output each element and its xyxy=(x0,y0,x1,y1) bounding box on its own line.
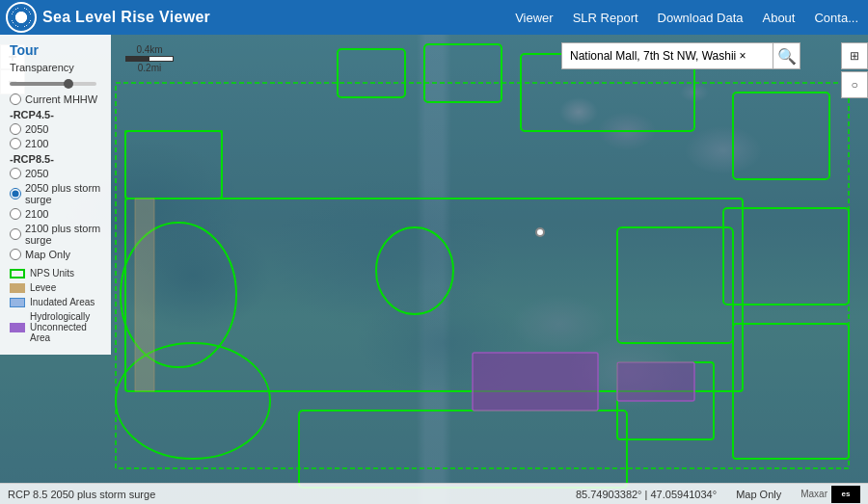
section-rcp45: -RCP4.5- xyxy=(10,109,101,120)
legend-nps-label: NPS Units xyxy=(30,268,74,279)
radio-2050-45[interactable] xyxy=(10,123,21,135)
legend-hydro-label: Hydrologically Unconnected Area xyxy=(30,311,101,343)
search-icon: 🔍 xyxy=(777,47,797,66)
legend-inundated-label: Inudated Areas xyxy=(30,297,95,307)
esri-logo: es xyxy=(831,486,860,503)
radio-2100-surge[interactable] xyxy=(10,228,21,240)
nav-download-data[interactable]: Download Data xyxy=(648,11,753,25)
radio-mhhw[interactable] xyxy=(10,93,21,105)
option-2050-surge[interactable]: 2050 plus storm surge xyxy=(10,182,101,205)
nav-about[interactable]: About xyxy=(752,11,804,25)
option-2050-surge-label: 2050 plus storm surge xyxy=(25,182,101,205)
option-map-only[interactable]: Map Only xyxy=(10,249,101,260)
bottom-bar: RCP 8.5 2050 plus storm surge 85.7490338… xyxy=(0,483,868,504)
option-2050-45[interactable]: 2050 xyxy=(10,123,101,135)
option-mhhw-label: Current MHHW xyxy=(25,93,97,105)
nav-contact[interactable]: Conta... xyxy=(804,11,868,25)
map-mode-text: Map Only xyxy=(736,489,781,500)
location-button[interactable]: ○ xyxy=(841,71,868,98)
status-text: RCP 8.5 2050 plus storm surge xyxy=(8,489,556,500)
coordinates-text: 85.74903382° | 47.05941034° xyxy=(576,489,717,500)
side-panel: Tour Transparency Current MHHW -RCP4.5- … xyxy=(0,35,111,355)
map-container[interactable]: 0.4km 0.2mi + − 🔍 ⊞ ○ Tour Transparency xyxy=(0,35,868,504)
scale-bar: 0.4km 0.2mi xyxy=(125,44,174,73)
search-button[interactable]: 🔍 xyxy=(773,42,800,69)
circle-icon: ○ xyxy=(851,78,857,92)
option-2050-85-label: 2050 xyxy=(25,168,48,179)
search-bar: 🔍 xyxy=(561,42,800,69)
option-2100-45-label: 2100 xyxy=(25,138,48,149)
attribution-text: Maxar xyxy=(800,489,827,499)
layers-icon: ⊞ xyxy=(850,49,859,63)
scale-km-label: 0.4km xyxy=(136,44,162,55)
app-title: Sea Level Rise Viewer xyxy=(42,9,505,26)
layers-button[interactable]: ⊞ xyxy=(841,42,868,69)
panel-title: Tour xyxy=(10,42,101,58)
option-2050-45-label: 2050 xyxy=(25,123,48,135)
legend: NPS Units Levee Inudated Areas Hydrologi… xyxy=(10,268,101,343)
legend-levee: Levee xyxy=(10,282,101,293)
option-2100-85-label: 2100 xyxy=(25,208,48,220)
legend-hydro-unconnected: Hydrologically Unconnected Area xyxy=(10,311,101,343)
legend-nps-icon xyxy=(10,269,25,279)
nav-slr-report[interactable]: SLR Report xyxy=(563,11,648,25)
radio-2100-45[interactable] xyxy=(10,138,21,149)
legend-inundated: Inudated Areas xyxy=(10,297,101,307)
legend-levee-icon xyxy=(10,283,25,293)
scenario-options: Current MHHW -RCP4.5- 2050 2100 -RCP8.5-… xyxy=(10,93,101,260)
option-mhhw[interactable]: Current MHHW xyxy=(10,93,101,105)
nps-logo-icon xyxy=(6,2,37,33)
option-2100-45[interactable]: 2100 xyxy=(10,138,101,149)
option-map-only-label: Map Only xyxy=(25,249,70,260)
map-terrain xyxy=(0,35,868,504)
search-input[interactable] xyxy=(561,42,773,69)
option-2100-85[interactable]: 2100 xyxy=(10,208,101,220)
main-nav: Viewer SLR Report Download Data About Co… xyxy=(505,11,868,25)
section-rcp85: -RCP8.5- xyxy=(10,153,101,165)
radio-2050-85[interactable] xyxy=(10,168,21,179)
legend-nps-units: NPS Units xyxy=(10,268,101,279)
radio-2100-85[interactable] xyxy=(10,208,21,220)
radio-map-only[interactable] xyxy=(10,249,21,260)
header: Sea Level Rise Viewer Viewer SLR Report … xyxy=(0,0,868,35)
legend-inundated-icon xyxy=(10,298,25,307)
radio-2050-surge[interactable] xyxy=(10,188,21,199)
map-tools: ⊞ ○ xyxy=(841,42,868,98)
option-2100-surge-label: 2100 plus storm surge xyxy=(25,223,101,246)
scale-mi-label: 0.2mi xyxy=(138,63,161,73)
transparency-label: Transparency xyxy=(10,62,101,73)
legend-levee-label: Levee xyxy=(30,282,56,293)
nav-viewer[interactable]: Viewer xyxy=(505,11,563,25)
option-2050-85[interactable]: 2050 xyxy=(10,168,101,179)
transparency-slider[interactable] xyxy=(10,82,96,86)
option-2100-surge[interactable]: 2100 plus storm surge xyxy=(10,223,101,246)
location-marker xyxy=(535,227,545,237)
legend-hydro-icon xyxy=(10,323,25,332)
